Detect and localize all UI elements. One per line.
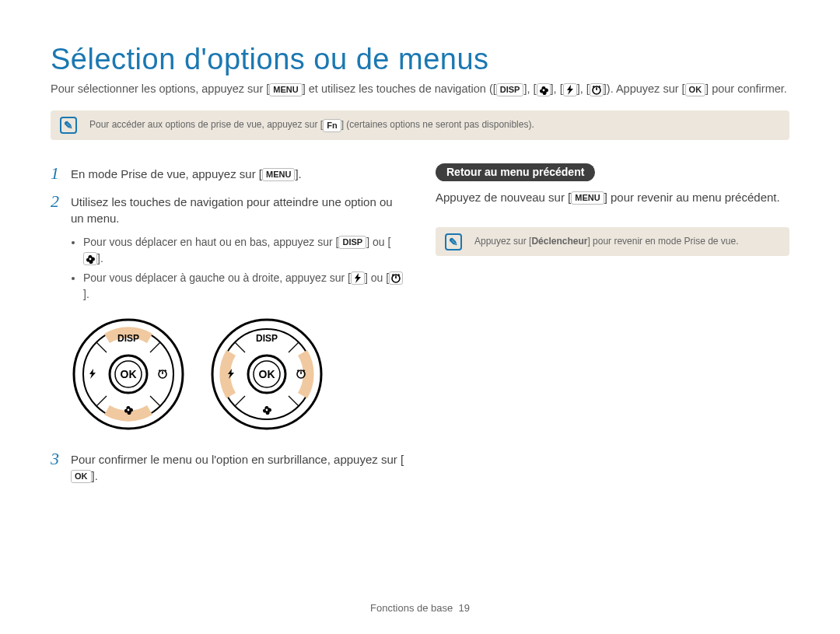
menu-button-label: MENU [269,83,302,96]
svg-line-13 [289,342,299,352]
timer-icon [389,271,403,285]
ok-button-label: OK [71,470,92,483]
svg-line-4 [96,342,107,352]
flash-icon [351,271,365,285]
intro-paragraph: Pour sélectionner les options, appuyez s… [51,81,789,96]
macro-icon [537,83,551,96]
flash-icon [563,83,577,96]
timer-icon [590,83,604,96]
step-3: 3 Pour confirmer le menu ou l'option en … [51,449,404,484]
svg-line-6 [96,396,107,406]
shutter-bold: Déclencheur [531,236,587,247]
note-icon: ✎ [445,233,462,250]
step-number: 3 [51,449,71,469]
return-heading-pill: Retour au menu précédent [436,163,595,181]
note-icon: ✎ [60,117,77,134]
svg-line-7 [150,396,160,406]
nav-dial-horizontal: OK DISP [209,317,324,432]
svg-line-15 [289,396,299,406]
step-number: 1 [51,163,71,184]
note-shutter-return: ✎ Appuyez sur [Déclencheur] pour revenir… [436,227,789,256]
disp-label: DISP [117,333,139,344]
disp-button-label: DISP [496,83,524,96]
step-2-bullets: Pour vous déplacer en haut ou en bas, ap… [83,234,404,303]
right-column: Retour au menu précédent Appuyez de nouv… [436,163,789,492]
ok-label: OK [121,368,137,380]
ok-button-label: OK [685,83,706,96]
svg-line-5 [150,342,160,352]
fn-button-label: Fn [323,119,341,132]
left-column: 1 En mode Prise de vue, appuyez sur [MEN… [51,163,404,492]
menu-button-label: MENU [262,168,295,181]
nav-dial-vertical: OK DISP [71,317,186,432]
svg-line-12 [235,342,245,352]
macro-icon [83,252,97,265]
ok-label: OK [259,368,275,380]
step-1: 1 En mode Prise de vue, appuyez sur [MEN… [51,163,404,184]
disp-button-label: DISP [338,236,366,249]
svg-line-14 [235,396,245,406]
step-number: 2 [51,191,71,212]
return-text: Appuyez de nouveau sur [MENU] pour reven… [436,189,789,206]
page-footer: Fonctions de base 19 [0,602,840,614]
disp-label: DISP [256,333,278,344]
menu-button-label: MENU [571,191,604,205]
step-2: 2 Utilisez les touches de navigation pou… [51,191,404,226]
page-title: Sélection d'options ou de menus [51,43,789,76]
note-fn-access: ✎ Pour accéder aux options de prise de v… [51,110,789,139]
